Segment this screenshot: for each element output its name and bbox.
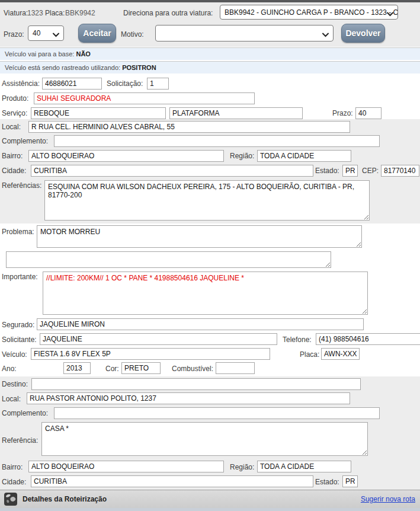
origem-estado-label: Estado: bbox=[315, 167, 339, 175]
info-bar-base-value: NÃO bbox=[76, 50, 90, 58]
aceitar-button[interactable]: Aceitar bbox=[78, 24, 116, 43]
origem-cidade-label: Cidade: bbox=[2, 167, 26, 175]
top-control-bar: Viatura: 1323 Placa: BBK9942 Direciona p… bbox=[0, 0, 420, 47]
produto-input[interactable] bbox=[34, 92, 255, 104]
ano-label: Ano: bbox=[2, 365, 17, 373]
info-bar-base-label: Veículo vai para a base: bbox=[5, 50, 74, 58]
destino-estado-label: Estado: bbox=[315, 478, 339, 486]
destino-bairro-input[interactable] bbox=[28, 461, 224, 472]
chevron-down-icon bbox=[322, 31, 329, 39]
info-bar-rastreio: Veículo está sendo rastreado utilizando:… bbox=[0, 61, 420, 74]
origem-section: Local: Complemento: Bairro: Região: Cida… bbox=[0, 119, 420, 223]
destino-cidade-input[interactable] bbox=[31, 475, 313, 487]
prazo-selected: 40 bbox=[33, 29, 40, 37]
telefone-input[interactable] bbox=[316, 333, 420, 345]
origem-regiao-input[interactable] bbox=[257, 150, 351, 162]
veiculo-placa-input[interactable] bbox=[321, 348, 360, 360]
viatura-value: 1323 bbox=[27, 9, 43, 17]
prazo-field-label: Prazo: bbox=[332, 109, 353, 117]
cor-input[interactable] bbox=[121, 362, 161, 374]
veiculo-label: Veículo: bbox=[2, 350, 27, 359]
viatura-label: Viatura: bbox=[4, 9, 28, 17]
telefone-label: Telefone: bbox=[283, 336, 312, 344]
assistencia-label: Assistência: bbox=[2, 79, 40, 88]
info-bar-rastreio-value: POSITRON bbox=[122, 64, 156, 71]
destino-local-input[interactable] bbox=[27, 392, 350, 404]
solicitacao-label: Solicitação: bbox=[107, 79, 143, 88]
ano-input[interactable] bbox=[63, 362, 91, 374]
origem-regiao-label: Região: bbox=[230, 152, 254, 160]
roteirizacao-footer: Detalhes da Roteirização Sugerir nova ro… bbox=[0, 490, 420, 508]
assistencia-input[interactable] bbox=[42, 78, 102, 90]
origem-cep-input[interactable] bbox=[381, 165, 419, 177]
direciona-viatura-selected: BBK9942 - GUINCHO CARGA P - BRANCO - 132… bbox=[225, 8, 398, 17]
solicitacao-input[interactable] bbox=[147, 78, 169, 90]
origem-complemento-label: Complemento: bbox=[2, 137, 48, 145]
destino-bairro-label: Bairro: bbox=[2, 463, 23, 471]
destino-referencia-label: Referência: bbox=[2, 436, 38, 445]
destino-complemento-input[interactable] bbox=[54, 407, 380, 419]
chevron-down-icon bbox=[387, 10, 393, 18]
importante-label: Importante: bbox=[2, 273, 38, 281]
combustivel-input[interactable] bbox=[216, 362, 255, 374]
veiculo-input[interactable] bbox=[31, 348, 270, 360]
destino-estado-input[interactable] bbox=[342, 475, 358, 487]
sugerir-nova-rota-link[interactable]: Sugerir nova rota bbox=[361, 495, 415, 503]
destino-regiao-label: Região: bbox=[230, 463, 254, 471]
motivo-label: Motivo: bbox=[121, 30, 144, 39]
observacao-textarea[interactable] bbox=[6, 251, 331, 268]
prazo-select[interactable]: 40 bbox=[28, 25, 64, 41]
destino-section: Destino: Local: Complemento: Referência:… bbox=[0, 376, 420, 490]
placa-label: Placa: bbox=[45, 9, 65, 17]
dispatch-form-page: Viatura: 1323 Placa: BBK9942 Direciona p… bbox=[0, 0, 420, 511]
origem-local-label: Local: bbox=[2, 123, 21, 131]
info-bar-rastreio-label: Veículo está sendo rastreado utilizando: bbox=[5, 64, 120, 71]
destino-local-label: Local: bbox=[2, 395, 21, 403]
servico-input[interactable] bbox=[31, 107, 166, 119]
direciona-label: Direciona para outra viatura: bbox=[123, 9, 213, 17]
chevron-down-icon bbox=[53, 31, 59, 39]
footer-title: Detalhes da Roteirização bbox=[23, 495, 107, 503]
prazo-select-label: Prazo: bbox=[4, 30, 24, 39]
destino-label: Destino: bbox=[2, 380, 28, 388]
window-top-strip bbox=[0, 0, 420, 2]
motivo-select[interactable] bbox=[155, 25, 334, 41]
info-bar-base: Veículo vai para a base: NÃO bbox=[0, 47, 420, 60]
veiculo-placa-label: Placa: bbox=[300, 350, 319, 359]
problema-label: Problema: bbox=[2, 228, 34, 236]
destino-regiao-input[interactable] bbox=[257, 461, 351, 472]
origem-complemento-input[interactable] bbox=[54, 135, 380, 147]
produto-label: Produto: bbox=[2, 94, 28, 103]
segurado-label: Segurado: bbox=[2, 321, 34, 329]
origem-local-input[interactable] bbox=[28, 121, 350, 133]
origem-estado-input[interactable] bbox=[342, 165, 358, 177]
origem-bairro-input[interactable] bbox=[28, 150, 224, 162]
direciona-viatura-select[interactable]: BBK9942 - GUINCHO CARGA P - BRANCO - 132… bbox=[220, 5, 398, 20]
origem-referencias-textarea[interactable]: ESQUINA COM RUA WILSON DACHEUX PEREIRA, … bbox=[44, 180, 370, 221]
solicitante-input[interactable] bbox=[40, 333, 277, 345]
origem-bairro-label: Bairro: bbox=[2, 152, 23, 160]
problema-textarea[interactable]: MOTOR MORREU bbox=[37, 225, 362, 248]
cor-label: Cor: bbox=[105, 365, 119, 373]
origem-cep-label: CEP: bbox=[362, 167, 379, 175]
prazo-field-input[interactable] bbox=[355, 107, 381, 119]
destino-referencia-textarea[interactable]: CASA * bbox=[41, 422, 368, 456]
origem-cidade-input[interactable] bbox=[31, 165, 313, 177]
origem-referencias-label: Referências: bbox=[2, 181, 41, 190]
solicitante-label: Solicitante: bbox=[2, 336, 37, 344]
destino-input[interactable] bbox=[31, 378, 361, 390]
servico-label: Serviço: bbox=[2, 109, 27, 117]
bottom-strip bbox=[0, 508, 420, 511]
globe-icon bbox=[4, 493, 17, 508]
destino-complemento-label: Complemento: bbox=[2, 409, 48, 417]
combustivel-label: Combustível: bbox=[172, 365, 213, 373]
importante-textarea[interactable]: //LIMITE: 200KM// 1 OC * PANE * 41988504… bbox=[43, 272, 368, 315]
devolver-button[interactable]: Devolver bbox=[341, 24, 385, 43]
segurado-input[interactable] bbox=[37, 318, 364, 330]
placa-value: BBK9942 bbox=[65, 9, 95, 17]
servico-tipo-input[interactable] bbox=[169, 107, 303, 119]
destino-cidade-label: Cidade: bbox=[2, 478, 26, 486]
